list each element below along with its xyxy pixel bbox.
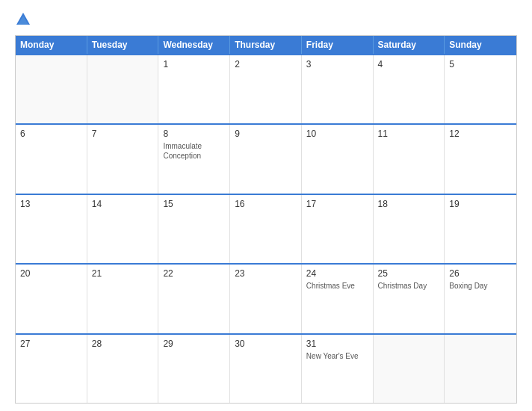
cell-date: 21 xyxy=(92,268,154,279)
cell-date: 10 xyxy=(306,129,368,139)
cell-date: 12 xyxy=(449,129,512,139)
calendar-body: 12345678Immaculate Conception91011121314… xyxy=(16,54,516,403)
cell-date: 5 xyxy=(449,59,512,69)
cal-cell: 7 xyxy=(87,125,159,193)
cell-date: 6 xyxy=(20,129,82,139)
cal-cell xyxy=(87,55,159,123)
cell-date: 16 xyxy=(235,199,297,209)
cell-date: 13 xyxy=(20,199,82,209)
header-day-thursday: Thursday xyxy=(230,36,302,54)
cell-date: 30 xyxy=(235,339,297,349)
cal-cell: 28 xyxy=(87,335,159,403)
cal-cell: 30 xyxy=(230,335,302,403)
calendar-row-4: 2021222324Christmas Eve25Christmas Day26… xyxy=(16,263,516,333)
cell-date: 26 xyxy=(449,268,512,279)
cal-cell: 21 xyxy=(87,265,159,333)
header-day-monday: Monday xyxy=(16,36,87,54)
cal-cell: 14 xyxy=(87,195,159,263)
cell-event: New Year's Eve xyxy=(306,351,368,361)
page-header xyxy=(15,11,517,28)
cal-cell: 8Immaculate Conception xyxy=(158,125,230,193)
cal-cell xyxy=(16,55,87,123)
calendar-grid: MondayTuesdayWednesdayThursdayFridaySatu… xyxy=(15,35,517,404)
cal-cell: 10 xyxy=(302,125,374,193)
cal-cell: 25Christmas Day xyxy=(374,265,445,333)
header-day-sunday: Sunday xyxy=(445,36,516,54)
cal-cell: 1 xyxy=(158,55,230,123)
cell-event: Christmas Day xyxy=(378,281,440,291)
cal-cell: 11 xyxy=(374,125,445,193)
cal-cell: 12 xyxy=(445,125,516,193)
cal-cell: 31New Year's Eve xyxy=(302,335,374,403)
cal-cell: 18 xyxy=(374,195,445,263)
cell-date: 17 xyxy=(306,199,368,209)
cell-date: 11 xyxy=(378,129,440,139)
calendar-header: MondayTuesdayWednesdayThursdayFridaySatu… xyxy=(16,36,516,54)
logo-icon xyxy=(15,11,31,28)
header-day-tuesday: Tuesday xyxy=(87,36,159,54)
cell-date: 25 xyxy=(378,268,440,279)
cal-cell: 22 xyxy=(158,265,230,333)
cell-date: 15 xyxy=(163,199,225,209)
cal-cell: 19 xyxy=(445,195,516,263)
header-day-saturday: Saturday xyxy=(374,36,445,54)
cal-cell: 29 xyxy=(158,335,230,403)
cal-cell: 3 xyxy=(302,55,374,123)
cell-date: 1 xyxy=(163,59,225,69)
cal-cell: 27 xyxy=(16,335,87,403)
cal-cell: 4 xyxy=(374,55,445,123)
cell-date: 31 xyxy=(306,339,368,349)
cell-date: 8 xyxy=(163,129,225,139)
cal-cell: 9 xyxy=(230,125,302,193)
cell-date: 4 xyxy=(378,59,440,69)
cell-date: 9 xyxy=(235,129,297,139)
cal-cell: 24Christmas Eve xyxy=(302,265,374,333)
cal-cell: 16 xyxy=(230,195,302,263)
calendar-row-2: 678Immaculate Conception9101112 xyxy=(16,123,516,193)
cell-date: 7 xyxy=(92,129,154,139)
cell-date: 20 xyxy=(20,268,82,279)
cell-date: 24 xyxy=(306,268,368,279)
cal-cell: 5 xyxy=(445,55,516,123)
cell-date: 14 xyxy=(92,199,154,209)
cell-date: 3 xyxy=(306,59,368,69)
cell-date: 19 xyxy=(449,199,512,209)
calendar-page: MondayTuesdayWednesdayThursdayFridaySatu… xyxy=(0,0,532,411)
cal-cell: 13 xyxy=(16,195,87,263)
cell-date: 29 xyxy=(163,339,225,349)
cal-cell: 26Boxing Day xyxy=(445,265,516,333)
cell-date: 22 xyxy=(163,268,225,279)
cal-cell xyxy=(374,335,445,403)
logo xyxy=(15,11,37,28)
cal-cell: 17 xyxy=(302,195,374,263)
calendar-row-3: 13141516171819 xyxy=(16,194,516,263)
header-day-wednesday: Wednesday xyxy=(158,36,230,54)
calendar-row-5: 2728293031New Year's Eve xyxy=(16,333,516,403)
cell-event: Boxing Day xyxy=(449,281,512,291)
cell-date: 2 xyxy=(235,59,297,69)
cell-event: Christmas Eve xyxy=(306,281,368,291)
cell-date: 23 xyxy=(235,268,297,279)
cell-date: 18 xyxy=(378,199,440,209)
cell-event: Immaculate Conception xyxy=(163,141,225,161)
cal-cell: 20 xyxy=(16,265,87,333)
calendar-row-1: 12345 xyxy=(16,54,516,123)
cell-date: 27 xyxy=(20,339,82,349)
cal-cell: 23 xyxy=(230,265,302,333)
cal-cell: 15 xyxy=(158,195,230,263)
cal-cell: 6 xyxy=(16,125,87,193)
cell-date: 28 xyxy=(92,339,154,349)
cal-cell: 2 xyxy=(230,55,302,123)
header-day-friday: Friday xyxy=(302,36,374,54)
cal-cell xyxy=(445,335,516,403)
